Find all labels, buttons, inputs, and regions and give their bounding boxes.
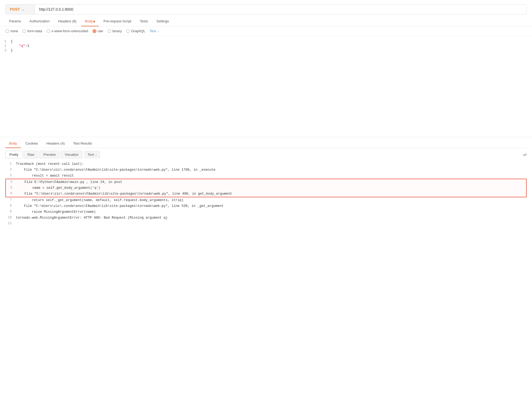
response-line-number: 4 — [6, 179, 16, 185]
line-content: "q":1 — [11, 44, 29, 48]
response-line: 8 File "C:\Users\zic\.conda\envs\FAadmin… — [5, 203, 527, 209]
radio--raph--[interactable]: GraphQL — [126, 29, 145, 33]
body-type-row: noneform-datax-www-form-urlencodedrawbin… — [0, 26, 532, 36]
method-selector[interactable]: POST ⌄ — [6, 5, 35, 14]
code-line: 1{ — [0, 39, 532, 44]
response-line-number: 9 — [5, 209, 16, 214]
tab-params[interactable]: Params — [5, 17, 25, 26]
tab-headers--8-[interactable]: Headers (8) — [55, 17, 80, 26]
response-tab-body[interactable]: Body — [5, 139, 21, 148]
response-tab-headers--4-[interactable]: Headers (4) — [43, 139, 69, 148]
response-line-number: 11 — [5, 221, 16, 226]
chevron-icon: ⌄ — [157, 30, 159, 32]
response-text-dropdown[interactable]: Text ⌄ — [85, 151, 100, 158]
response-body: 1Traceback (most recent call last):2 Fil… — [5, 161, 527, 226]
response-line: 11 — [5, 221, 527, 226]
radio-label: raw — [98, 29, 103, 33]
tab-authorization[interactable]: Authorization — [26, 17, 53, 26]
view-tab-pretty[interactable]: Pretty — [5, 151, 22, 158]
response-line-number: 8 — [5, 203, 16, 208]
code-line: 3} — [0, 48, 532, 53]
request-body-editor[interactable]: 1{2 "q":13} — [0, 36, 532, 137]
view-tabs-row: PrettyRawPreviewVisualizeText ⌄⇄ — [5, 148, 527, 161]
line-number: 1 — [0, 39, 11, 43]
line-number: 3 — [0, 48, 11, 52]
body-dot — [93, 21, 95, 22]
response-line: 9 raise MissingArgumentError(name) — [5, 209, 527, 215]
view-tab-preview[interactable]: Preview — [39, 151, 60, 158]
response-line-content: name = self.get_body_argument('q') — [16, 185, 100, 191]
response-line-content: return self._get_argument(name, default,… — [16, 198, 184, 203]
url-input[interactable] — [35, 5, 526, 14]
response-line: 4 File E:\Python\FAadmin\main.py , line … — [6, 179, 526, 185]
radio-label: form-data — [27, 29, 42, 33]
tab-settings[interactable]: Settings — [153, 17, 173, 26]
response-section: BodyCookiesHeaders (4)Test Results Prett… — [0, 137, 532, 226]
radio-circle — [93, 29, 96, 33]
wrap-lines-icon[interactable]: ⇄ — [523, 152, 527, 157]
response-line: 2 File "C:\Users\zic\.conda\envs\FAadmin… — [5, 167, 527, 173]
chevron-icon: ⌄ — [95, 153, 97, 156]
radio-x-www-form-urlencoded[interactable]: x-www-form-urlencoded — [47, 29, 88, 33]
response-tabs: BodyCookiesHeaders (4)Test Results — [5, 137, 527, 148]
response-line: 6 File "C:\Users\zic\.conda\envs\FAadmin… — [6, 191, 526, 197]
line-content: } — [11, 48, 13, 52]
response-line-content: tornado.web.MissingArgumentError: HTTP 4… — [16, 215, 168, 220]
response-text-label: Text — [88, 153, 94, 157]
response-line-content: File "C:\Users\zic\.conda\envs\FAadmin\l… — [16, 203, 223, 209]
radio-none[interactable]: none — [5, 29, 18, 33]
response-line-number: 1 — [5, 161, 16, 166]
method-chevron-icon: ⌄ — [22, 8, 24, 11]
response-tab-cookies[interactable]: Cookies — [22, 139, 42, 148]
radio-label: GraphQL — [131, 29, 145, 33]
response-line-content: result = await result — [16, 173, 74, 178]
radio-label: x-www-form-urlencoded — [52, 29, 88, 33]
method-label: POST — [10, 7, 20, 11]
line-content: { — [11, 39, 13, 43]
text-format-dropdown[interactable]: Text ⌄ — [149, 29, 159, 33]
response-line: 5 name = self.get_body_argument('q') — [6, 185, 526, 191]
response-line-number: 10 — [5, 215, 16, 220]
radio-label: none — [10, 29, 18, 33]
response-line: 7 return self._get_argument(name, defaul… — [5, 197, 527, 203]
response-line-content: File "C:\Users\zic\.conda\envs\FAadmin\l… — [16, 191, 232, 197]
request-tabs: ParamsAuthorizationHeaders (8)BodyPre-re… — [0, 17, 532, 26]
radio-circle — [47, 29, 50, 33]
response-line-number: 2 — [5, 167, 16, 172]
response-line-content: File E:\Python\FAadmin\main.py , line 24… — [16, 179, 122, 185]
response-line: 1Traceback (most recent call last): — [5, 161, 527, 167]
line-number: 2 — [0, 44, 11, 48]
view-tab-visualize[interactable]: Visualize — [61, 151, 82, 158]
error-highlight-box: 4 File E:\Python\FAadmin\main.py , line … — [5, 179, 527, 197]
radio-label: binary — [113, 29, 122, 33]
response-line: 10tornado.web.MissingArgumentError: HTTP… — [5, 215, 527, 221]
radio-circle — [107, 29, 111, 33]
response-line-content: File "C:\Users\zic\.conda\envs\FAadmin\l… — [16, 167, 215, 173]
response-line-content: raise MissingArgumentError(name) — [16, 209, 96, 215]
response-line-number: 6 — [6, 191, 16, 196]
tab-tests[interactable]: Tests — [136, 17, 152, 26]
response-line-content: Traceback (most recent call last): — [16, 161, 84, 167]
tab-body[interactable]: Body — [81, 17, 99, 26]
response-tab-test-results[interactable]: Test Results — [69, 139, 96, 148]
radio-circle — [5, 29, 9, 33]
view-tab-raw[interactable]: Raw — [23, 151, 38, 158]
response-line-number: 7 — [5, 198, 16, 203]
radio-circle — [22, 29, 26, 33]
radio-form-data[interactable]: form-data — [22, 29, 42, 33]
response-line-number: 5 — [6, 185, 16, 190]
tab-pre-request-script[interactable]: Pre-request Script — [100, 17, 135, 26]
radio-raw[interactable]: raw — [93, 29, 103, 33]
radio-circle — [126, 29, 130, 33]
response-line-number: 3 — [5, 173, 16, 178]
code-line: 2 "q":1 — [0, 44, 532, 48]
url-bar: POST ⌄ — [5, 4, 527, 14]
radio-binary[interactable]: binary — [107, 29, 122, 33]
response-line: 3 result = await result — [5, 173, 527, 179]
text-format-label: Text — [149, 29, 156, 33]
